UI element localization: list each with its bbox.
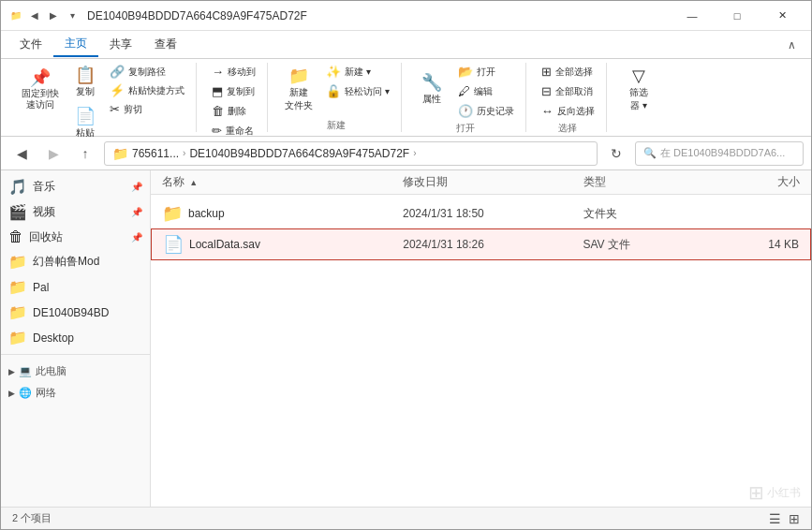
pal-label: Pal: [33, 281, 49, 294]
file-row-localdata[interactable]: 📄 LocalData.sav 2024/1/31 18:26 SAV 文件 1…: [151, 228, 811, 260]
palworld-mod-icon: 📁: [8, 253, 27, 271]
easy-access-button[interactable]: 🔓 轻松访问 ▾: [322, 82, 393, 100]
forward-button[interactable]: ▶: [40, 140, 66, 167]
path-segment-1-text: 765611...: [132, 147, 179, 160]
filter-group: ▽ 筛选器 ▾: [611, 63, 667, 132]
file-name-col-backup: 📁 backup: [162, 203, 403, 224]
clipboard-small-buttons: 🔗 复制路径 ⚡ 粘贴快捷方式 ✂ 剪切: [106, 63, 188, 118]
col-header-type[interactable]: 类型: [583, 174, 703, 190]
refresh-button[interactable]: ↻: [603, 140, 629, 167]
select-all-button[interactable]: ⊞ 全部选择: [538, 63, 598, 81]
video-label: 视频: [33, 204, 55, 220]
video-icon: 🎬: [8, 203, 27, 221]
view-list-icon[interactable]: ☰: [769, 511, 781, 526]
network-icon: 🌐: [19, 387, 32, 399]
sidebar: 🎵 音乐 📌 🎬 视频 📌 🗑 回收站 📌 📁 幻兽帕鲁Mod 📁 Pal: [1, 170, 151, 507]
file-row-backup[interactable]: 📁 backup 2024/1/31 18:50 文件夹: [151, 199, 811, 228]
sidebar-item-video[interactable]: 🎬 视频 📌: [1, 199, 150, 225]
copy-path-button[interactable]: 🔗 复制路径: [106, 63, 170, 81]
col-header-name[interactable]: 名称 ▲: [162, 174, 403, 190]
copy-label: 复制: [76, 85, 95, 98]
select-none-label: 全部取消: [555, 85, 593, 98]
pin-to-quick-button[interactable]: 📌 固定到快速访问: [16, 63, 65, 117]
maximize-button[interactable]: □: [716, 1, 759, 31]
col-type-label: 类型: [583, 175, 606, 188]
file-list-header: 名称 ▲ 修改日期 类型 大小: [151, 170, 811, 195]
open-button[interactable]: 📂 打开: [454, 63, 518, 81]
open-label: 打开: [477, 66, 495, 79]
open-group-label: 打开: [456, 122, 475, 135]
invert-select-icon: ↔: [541, 104, 554, 118]
sidebar-item-pal[interactable]: 📁 Pal: [1, 274, 150, 300]
sidebar-section-network[interactable]: ▶ 🌐 网络: [1, 380, 150, 402]
back-button[interactable]: ◀: [8, 140, 35, 167]
title-bar: 📁 ◀ ▶ ▾ DE1040B94BDDD7A664C89A9F475AD72F…: [1, 1, 811, 31]
new-item-label: 新建 ▾: [345, 66, 371, 79]
properties-icon: 🔧: [421, 74, 442, 91]
watermark-text: 小红书: [767, 485, 801, 501]
de1040-label: DE1040B94BD: [33, 306, 109, 319]
paste-shortcut-label: 粘贴快捷方式: [128, 84, 185, 97]
move-to-button[interactable]: → 移动到: [208, 63, 259, 81]
sidebar-item-desktop[interactable]: 📁 Desktop: [1, 325, 150, 350]
watermark: ⊞ 小红书: [748, 481, 801, 504]
new-item-button[interactable]: ✨ 新建 ▾: [322, 63, 393, 81]
paste-icon: 📄: [75, 108, 96, 125]
select-none-button[interactable]: ⊟ 全部取消: [538, 82, 598, 100]
cut-button[interactable]: ✂ 剪切: [106, 100, 146, 118]
sidebar-section-this-pc[interactable]: ▶ 💻 此电脑: [1, 359, 150, 380]
folder-icon-backup: 📁: [162, 203, 183, 224]
tab-file[interactable]: 文件: [8, 33, 53, 56]
delete-button[interactable]: 🗑 删除: [208, 102, 259, 120]
close-button[interactable]: ✕: [760, 1, 804, 31]
paste-shortcut-button[interactable]: ⚡ 粘贴快捷方式: [106, 81, 188, 99]
title-bar-icons: 📁 ◀ ▶ ▾: [8, 8, 80, 23]
sidebar-item-palworld-mod[interactable]: 📁 幻兽帕鲁Mod: [1, 249, 150, 274]
invert-select-button[interactable]: ↔ 反向选择: [538, 102, 598, 120]
up-button[interactable]: ↑: [72, 140, 98, 167]
path-separator-1: ›: [183, 148, 185, 158]
open-icon: 📂: [458, 65, 473, 79]
file-type-backup: 文件夹: [583, 206, 703, 222]
address-path[interactable]: 📁 765611... › DE1040B94BDDD7A664C89A9F47…: [104, 141, 598, 166]
sidebar-item-recycle[interactable]: 🗑 回收站 📌: [1, 225, 150, 249]
filter-button[interactable]: ▽ 筛选器 ▾: [620, 63, 657, 117]
edit-icon: 🖊: [458, 84, 470, 98]
new-folder-icon: 📁: [288, 67, 309, 84]
col-header-size[interactable]: 大小: [703, 174, 800, 190]
search-box[interactable]: 🔍 在 DE1040B94BDDD7A6...: [635, 141, 804, 166]
window-title: DE1040B94BDDD7A664C89A9F475AD72F: [87, 9, 671, 22]
path-segment-2[interactable]: DE1040B94BDDD7A664C89A9F475AD72F: [189, 147, 409, 160]
tab-home[interactable]: 主页: [53, 32, 98, 57]
expand-this-pc-icon: ▶: [8, 367, 15, 376]
minimize-button[interactable]: —: [671, 1, 714, 31]
history-button[interactable]: 🕐 历史记录: [454, 102, 518, 120]
sidebar-item-music[interactable]: 🎵 音乐 📌: [1, 174, 150, 199]
rename-icon: ✏: [212, 124, 222, 138]
sidebar-item-de1040[interactable]: 📁 DE1040B94BD: [1, 300, 150, 325]
file-date-localdata: 2024/1/31 18:26: [403, 238, 583, 251]
tab-share[interactable]: 共享: [98, 33, 143, 56]
this-pc-label: 此电脑: [36, 364, 66, 378]
copy-to-button[interactable]: ⬒ 复制到: [208, 82, 259, 100]
select-group-items: ⊞ 全部选择 ⊟ 全部取消 ↔ 反向选择: [538, 63, 598, 120]
view-grid-icon[interactable]: ⊞: [789, 511, 800, 526]
copy-button[interactable]: 📋 复制: [68, 63, 102, 102]
file-date-backup: 2024/1/31 18:50: [403, 207, 583, 220]
ribbon: 文件 主页 共享 查看 ∧ 📌 固定到快速访问 📋: [1, 31, 811, 137]
ribbon-collapse-button[interactable]: ∧: [780, 38, 804, 52]
col-date-label: 修改日期: [403, 175, 448, 188]
properties-label: 属性: [422, 93, 441, 106]
col-header-date[interactable]: 修改日期: [403, 174, 583, 190]
edit-button[interactable]: 🖊 编辑: [454, 82, 518, 100]
properties-button[interactable]: 🔧 属性: [413, 63, 450, 117]
copy-path-label: 复制路径: [128, 66, 166, 79]
cut-icon: ✂: [110, 102, 120, 116]
search-icon: 🔍: [643, 147, 657, 159]
delete-icon: 🗑: [212, 104, 224, 118]
new-folder-button[interactable]: 📁 新建文件夹: [279, 63, 318, 117]
copy-path-icon: 🔗: [110, 65, 125, 79]
select-none-icon: ⊟: [541, 84, 552, 98]
path-segment-1[interactable]: 765611...: [132, 147, 179, 160]
tab-view[interactable]: 查看: [143, 33, 188, 56]
